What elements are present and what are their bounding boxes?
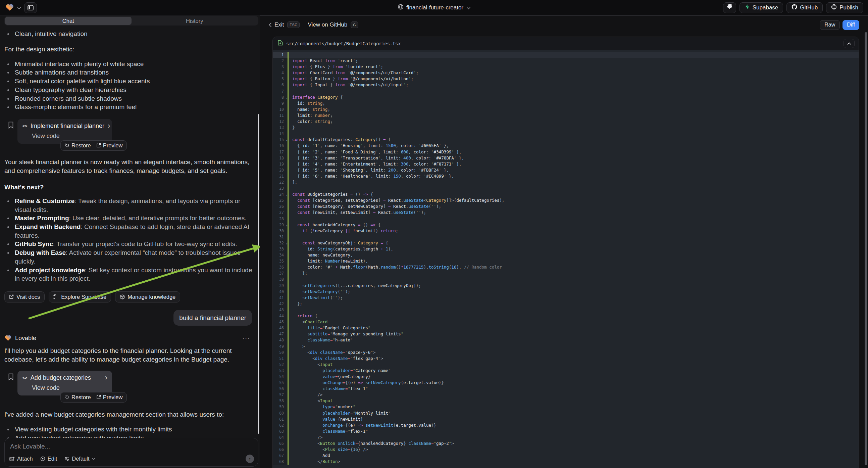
code-scrollbar[interactable] bbox=[865, 32, 867, 465]
project-switcher[interactable]: financial-future-creator bbox=[398, 4, 470, 11]
code-line: 47 subtitle="Manage your spending limits… bbox=[273, 331, 859, 337]
user-message-row: build a financial planner bbox=[4, 310, 253, 326]
sliders-icon bbox=[64, 457, 69, 461]
code-icon: <> bbox=[22, 375, 27, 380]
code-line: 58 <Input bbox=[273, 398, 859, 404]
tab-chat[interactable]: Chat bbox=[5, 17, 131, 25]
code-line: 53 placeholder="Category name" bbox=[273, 368, 859, 374]
line-number: 30 bbox=[273, 228, 287, 234]
restore-icon bbox=[65, 143, 69, 148]
publish-button[interactable]: Publish bbox=[826, 2, 863, 13]
line-number: 43 bbox=[273, 307, 287, 313]
diff-toggle-button[interactable]: Diff bbox=[842, 20, 859, 30]
tool-card-add-budget-categories[interactable]: <> Add budget categories › View code Res… bbox=[18, 371, 112, 396]
tool-card-implement-financial-planner[interactable]: <> Implement financial planner › View co… bbox=[18, 119, 112, 144]
settings-button[interactable] bbox=[723, 2, 736, 13]
chevron-down-icon[interactable] bbox=[17, 5, 21, 11]
exit-button[interactable]: Exit bbox=[269, 22, 284, 28]
file-header[interactable]: src/components/budget/BudgetCategories.t… bbox=[273, 37, 859, 50]
manage-knowledge-button[interactable]: Manage knowledge bbox=[115, 291, 180, 302]
line-number: 58 bbox=[273, 398, 287, 404]
code-line: 27 const [newLimit, setNewLimit] = React… bbox=[273, 209, 859, 215]
restore-button[interactable]: Restore bbox=[65, 142, 91, 149]
external-link-icon bbox=[96, 143, 101, 148]
lovable-logo-icon[interactable] bbox=[5, 3, 14, 12]
line-number: 63 bbox=[273, 429, 287, 434]
line-number: 31 bbox=[273, 234, 287, 240]
line-number: 35 bbox=[273, 258, 287, 264]
line-number: 23 bbox=[273, 185, 287, 192]
external-link-icon bbox=[9, 294, 14, 299]
code-line: 29▾ const handleAddCategory = () => { bbox=[273, 222, 859, 228]
send-button[interactable]: ↑ bbox=[246, 455, 254, 463]
line-number: 22 bbox=[273, 179, 287, 185]
line-number: 3 bbox=[273, 64, 287, 70]
edit-button[interactable]: Edit bbox=[40, 456, 57, 462]
attach-button[interactable]: Attach bbox=[9, 456, 33, 462]
line-number: 50 bbox=[273, 350, 287, 355]
chat-input-box[interactable]: Ask Lovable... Attach Edit Default ↑ bbox=[4, 438, 258, 467]
code-line: 49 > bbox=[273, 344, 859, 350]
code-line: 4import ChartCard from '@/components/ui/… bbox=[273, 70, 859, 76]
chevron-left-icon bbox=[269, 23, 272, 27]
line-number: 20 bbox=[273, 167, 287, 173]
list-item: Clean typography with clear hierarchies bbox=[4, 86, 253, 94]
tool-card-wrap: <> Implement financial planner › View co… bbox=[18, 119, 112, 144]
code-line: 7 bbox=[273, 88, 859, 94]
github-button[interactable]: GitHub bbox=[786, 2, 823, 13]
chat-input-placeholder[interactable]: Ask Lovable... bbox=[10, 443, 253, 450]
bookmark-icon[interactable] bbox=[8, 121, 14, 130]
preview-button[interactable]: Preview bbox=[96, 394, 123, 401]
code-line: 57 /> bbox=[273, 392, 859, 398]
line-number: 5 bbox=[273, 76, 287, 82]
line-number: 45 bbox=[273, 319, 287, 325]
code-line: 43 bbox=[273, 307, 859, 313]
sidebar-toggle-button[interactable] bbox=[24, 2, 37, 13]
line-number: 28 bbox=[273, 216, 287, 222]
view-on-github-link[interactable]: View on GitHub bbox=[308, 22, 347, 28]
line-number: 2 bbox=[273, 58, 287, 64]
code-line: 11 limit: number; bbox=[273, 113, 859, 118]
line-number: 67 bbox=[273, 452, 287, 459]
supabase-button[interactable]: Supabase bbox=[740, 2, 783, 13]
list-item: Add project knowledge: Set key context o… bbox=[4, 266, 253, 283]
chevron-down-icon bbox=[466, 5, 470, 11]
assistant-name: Lovable bbox=[15, 335, 239, 342]
line-number: 16 bbox=[273, 143, 287, 149]
attach-image-icon bbox=[9, 456, 15, 461]
chat-bubble-icon bbox=[53, 294, 58, 299]
preview-button[interactable]: Preview bbox=[96, 142, 123, 149]
model-selector[interactable]: Default bbox=[64, 456, 95, 462]
line-number: 10 bbox=[273, 107, 287, 113]
chevron-right-icon: › bbox=[108, 123, 110, 128]
line-number: 32▾ bbox=[273, 240, 287, 246]
line-number: 8▾ bbox=[273, 94, 287, 100]
assistant-paragraph: I've added a new budget categories manag… bbox=[4, 410, 254, 419]
visit-docs-button[interactable]: Visit docs bbox=[4, 291, 44, 302]
explore-supabase-button[interactable]: Explore Supabase bbox=[49, 291, 111, 302]
line-number: 51 bbox=[273, 355, 287, 361]
code-line: 40 setNewCategory(''); bbox=[273, 289, 859, 295]
view-code-link[interactable]: View code bbox=[32, 133, 107, 140]
restore-preview-pill: Restore Preview bbox=[60, 392, 127, 403]
code-line: 32▾ const newCategoryObj: Category = { bbox=[273, 240, 859, 246]
view-code-link[interactable]: View code bbox=[32, 384, 107, 391]
code-line: 67 Add bbox=[273, 452, 859, 459]
message-menu-button[interactable]: ··· bbox=[242, 334, 253, 342]
code-view-panel: Exit ESC View on GitHub G Raw Diff src/c… bbox=[260, 16, 868, 468]
restore-button[interactable]: Restore bbox=[65, 394, 91, 401]
code-line: 42 }; bbox=[273, 301, 859, 307]
code-line: 36 color: '#' + Math.floor(Math.random()… bbox=[273, 264, 859, 270]
tab-history[interactable]: History bbox=[131, 17, 258, 25]
assistant-paragraph: Your sleek financial planner is now read… bbox=[4, 158, 254, 175]
collapse-file-button[interactable] bbox=[843, 39, 855, 48]
line-number: 65 bbox=[273, 440, 287, 446]
code-lines[interactable]: 12import React from 'react';3import { Pl… bbox=[273, 51, 859, 468]
raw-toggle-button[interactable]: Raw bbox=[820, 20, 840, 30]
list-item: Refine & Customize: Tweak the design, an… bbox=[4, 197, 253, 214]
chat-scrollbar[interactable] bbox=[258, 114, 259, 434]
bookmark-icon[interactable] bbox=[8, 373, 14, 382]
code-line: 23 bbox=[273, 185, 859, 192]
line-number: 48 bbox=[273, 337, 287, 343]
chat-stream[interactable]: Clean, intuitive navigation For the desi… bbox=[0, 26, 260, 450]
